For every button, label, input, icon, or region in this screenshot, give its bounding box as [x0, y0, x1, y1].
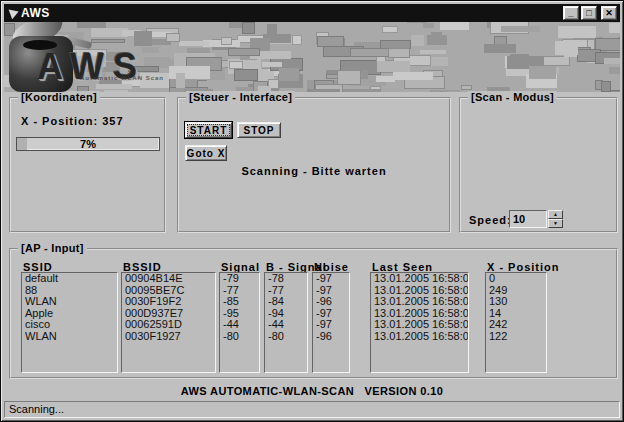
steuer-interface-title: [Steuer - Interface] [186, 91, 295, 103]
mosaic-block [350, 48, 390, 56]
mosaic-block [262, 62, 282, 67]
scan-status-text: Scanning - Bitte warten [179, 165, 449, 177]
logo-subtitle: Automatic WLAN Scan [80, 75, 164, 81]
mosaic-block [176, 73, 184, 88]
list-item-x_position[interactable]: 130 [486, 296, 546, 308]
mosaic-block [242, 22, 255, 34]
mosaic-block [411, 35, 424, 46]
mosaic-block [461, 85, 472, 90]
version-text: AWS AUTOMATIC-WLAN-SCAN VERSION 0.10 [1, 385, 623, 397]
mosaic-block [388, 48, 410, 58]
scan-modus-panel: [Scan - Modus] Speed: 10 ▲ ▼ [459, 97, 618, 233]
speed-input[interactable]: 10 [509, 210, 547, 228]
titlebar[interactable]: AWS _ □ ✕ [4, 4, 620, 22]
logo-text: AWS [37, 46, 146, 88]
list-item-x_position[interactable]: 0 [486, 273, 546, 285]
mosaic-block [440, 22, 469, 30]
x-position-listbox[interactable]: 024913014242122 [485, 272, 547, 373]
ssid-listbox[interactable]: default88WLANAppleciscoWLAN [21, 272, 118, 373]
mosaic-block [292, 35, 303, 45]
list-item-noise[interactable]: -96 [313, 296, 349, 308]
list-item-noise[interactable]: -97 [313, 319, 349, 331]
list-item-bssid[interactable]: 00062591D [122, 319, 215, 331]
mosaic-block [601, 81, 610, 92]
b-signal-listbox[interactable]: -78-77-84-94-44-80 [264, 272, 308, 373]
list-item-ssid[interactable]: cisco [22, 319, 117, 331]
mosaic-block [342, 89, 380, 92]
bssid-listbox[interactable]: 00904B14E00095BE7C0030F19F2000D937E70006… [121, 272, 216, 373]
mosaic-block [501, 26, 539, 32]
mosaic-block [104, 90, 128, 92]
list-item-b_signal[interactable]: -44 [265, 319, 307, 331]
mosaic-block [179, 41, 209, 46]
list-item-b_signal[interactable]: -84 [265, 296, 307, 308]
mosaic-block [377, 61, 409, 72]
steuer-interface-panel: [Steuer - Interface] START STOP Goto X S… [177, 97, 451, 233]
status-bar: Scanning... [4, 401, 620, 418]
mosaic-block [337, 70, 361, 85]
mosaic-block [221, 37, 232, 46]
list-item-noise[interactable]: -96 [313, 331, 349, 343]
ap-input-panel: [AP - Input] SSID BSSID Signal B - Signa… [9, 248, 618, 379]
list-item-last_seen[interactable]: 13.01.2005 16:58:01 [371, 296, 468, 308]
mosaic-block [228, 48, 260, 56]
list-item-ssid[interactable]: WLAN [22, 331, 117, 343]
list-item-ssid[interactable]: default [22, 273, 117, 285]
list-item-noise[interactable]: -97 [313, 273, 349, 285]
mosaic-block [91, 39, 125, 44]
list-item-bssid[interactable]: 00904B14E [122, 273, 215, 285]
mosaic-block [604, 58, 620, 64]
mosaic-block [555, 41, 579, 56]
stop-button[interactable]: STOP [237, 122, 281, 138]
x-position-value: X - Position: 357 [21, 115, 124, 127]
speed-label: Speed: [469, 214, 512, 226]
window-title: AWS [21, 6, 50, 20]
app-icon [5, 5, 18, 18]
list-item-signal[interactable]: -85 [220, 296, 259, 308]
mosaic-block [77, 22, 105, 28]
scan-modus-title: [Scan - Modus] [468, 91, 557, 103]
list-item-bssid[interactable]: 0030F1927 [122, 331, 215, 343]
mosaic-block [448, 91, 461, 92]
start-button[interactable]: START [185, 122, 232, 138]
list-item-bssid[interactable]: 0030F19F2 [122, 296, 215, 308]
aws-window: AWS _ □ ✕ AWS Automatic WLAN Scan [Koord… [0, 0, 624, 422]
close-icon[interactable]: ✕ [601, 6, 617, 20]
maximize-icon[interactable]: □ [581, 6, 597, 20]
list-item-last_seen[interactable]: 13.01.2005 16:58:01 [371, 319, 468, 331]
list-item-x_position[interactable]: 242 [486, 319, 546, 331]
mosaic-block [134, 31, 153, 46]
list-item-signal[interactable]: -79 [220, 273, 259, 285]
mosaic-block [423, 23, 435, 27]
scan-progressbar: 7% [16, 137, 160, 151]
speed-spinner: ▲ ▼ [548, 210, 563, 228]
spin-up-icon[interactable]: ▲ [548, 210, 563, 219]
mosaic-block [279, 68, 299, 81]
mosaic-block [484, 44, 517, 53]
mosaic-block [558, 26, 596, 39]
progress-percent-label: 7% [17, 138, 159, 150]
list-item-last_seen[interactable]: 13.01.2005 16:58:00 [371, 331, 468, 343]
signal-listbox[interactable]: -79-77-85-95-44-80 [219, 272, 260, 373]
list-item-x_position[interactable]: 122 [486, 331, 546, 343]
goto-x-button[interactable]: Goto X [185, 145, 227, 161]
mosaic-block [169, 66, 211, 78]
mosaic-block [229, 61, 242, 69]
list-item-ssid[interactable]: WLAN [22, 296, 117, 308]
minimize-icon[interactable]: _ [563, 6, 579, 20]
mosaic-block [529, 66, 556, 79]
mosaic-block [393, 72, 433, 80]
list-item-last_seen[interactable]: 13.01.2005 16:58:01 [371, 273, 468, 285]
list-item-signal[interactable]: -80 [220, 331, 259, 343]
mosaic-block [307, 89, 341, 92]
noise-listbox[interactable]: -97-97-96-97-97-96 [312, 272, 350, 373]
mosaic-block [609, 67, 620, 74]
list-item-signal[interactable]: -44 [220, 319, 259, 331]
list-item-b_signal[interactable]: -78 [265, 273, 307, 285]
mosaic-block [234, 69, 258, 81]
last-seen-listbox[interactable]: 13.01.2005 16:58:0113.01.2005 16:58:0113… [370, 272, 469, 373]
window-controls: _ □ ✕ [563, 6, 617, 20]
mosaic-block [382, 26, 398, 34]
list-item-b_signal[interactable]: -80 [265, 331, 307, 343]
spin-down-icon[interactable]: ▼ [548, 219, 563, 228]
